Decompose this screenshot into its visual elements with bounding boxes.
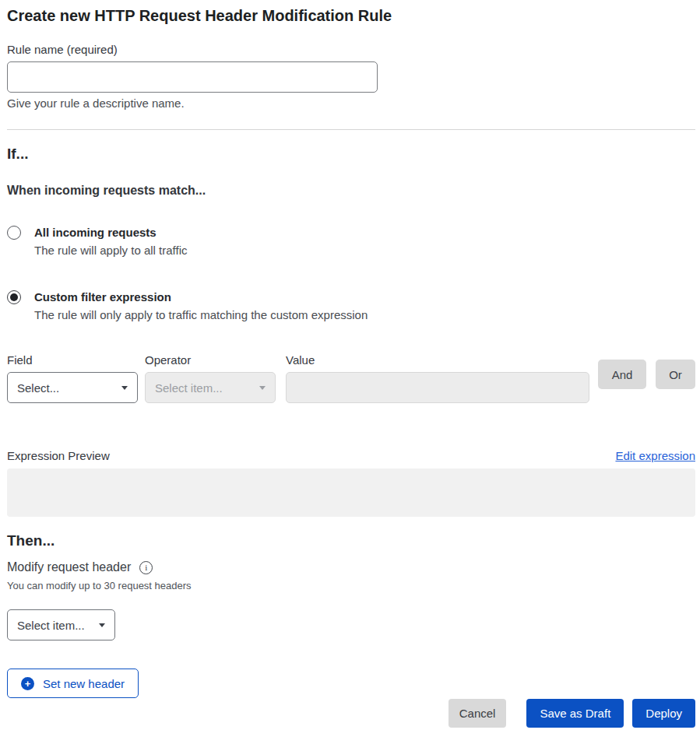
header-action-select[interactable]: Select item... (7, 609, 115, 640)
modify-request-header-row: Modify request header i (7, 560, 695, 575)
modify-header-help: You can modify up to 30 request headers (7, 580, 695, 591)
radio-button-icon[interactable] (7, 290, 21, 304)
field-label: Field (7, 353, 138, 367)
expression-preview-label: Expression Preview (7, 449, 110, 463)
chevron-down-icon (121, 386, 128, 390)
radio-custom-filter-expression[interactable]: Custom filter expression The rule will o… (7, 290, 695, 322)
operator-select-value: Select item... (155, 381, 223, 395)
then-section-heading: Then... (7, 532, 695, 549)
footer-actions: Cancel Save as Draft Deploy (7, 699, 695, 728)
plus-circle-icon: + (21, 677, 34, 690)
radio-option-text: Custom filter expression The rule will o… (34, 290, 368, 322)
modify-request-header-label: Modify request header (7, 560, 131, 575)
set-new-header-label: Set new header (43, 677, 125, 690)
value-label: Value (286, 353, 589, 367)
and-button[interactable]: And (598, 360, 646, 389)
info-icon[interactable]: i (139, 561, 153, 574)
operator-select[interactable]: Select item... (145, 372, 276, 403)
chevron-down-icon (259, 386, 266, 390)
operator-label: Operator (145, 353, 276, 367)
radio-option-label: All incoming requests (34, 225, 187, 240)
radio-option-description: The rule will apply to all traffic (34, 243, 187, 258)
radio-all-incoming-requests[interactable]: All incoming requests The rule will appl… (7, 225, 695, 258)
radio-option-description: The rule will only apply to traffic matc… (34, 307, 368, 322)
set-new-header-button[interactable]: + Set new header (7, 669, 139, 698)
field-select-value: Select... (17, 381, 59, 395)
field-column: Field Select... (7, 353, 138, 403)
cancel-button[interactable]: Cancel (448, 699, 507, 728)
field-select[interactable]: Select... (7, 372, 138, 403)
radio-option-label: Custom filter expression (34, 290, 368, 304)
expression-builder-row: Field Select... Operator Select item... … (7, 353, 695, 403)
rule-name-input[interactable] (7, 61, 378, 93)
header-action-select-value: Select item... (17, 619, 85, 632)
deploy-button[interactable]: Deploy (632, 699, 695, 728)
expression-preview-box (7, 469, 695, 517)
match-subheading: When incoming requests match... (7, 183, 695, 198)
rule-name-help: Give your rule a descriptive name. (7, 97, 695, 111)
value-input[interactable] (286, 372, 589, 403)
if-section-heading: If... (7, 145, 695, 163)
page-title: Create new HTTP Request Header Modificat… (7, 6, 695, 25)
radio-option-text: All incoming requests The rule will appl… (34, 225, 187, 258)
value-column: Value (286, 353, 589, 403)
expression-preview-header: Expression Preview Edit expression (7, 449, 695, 463)
edit-expression-link[interactable]: Edit expression (615, 449, 695, 462)
section-divider (7, 129, 695, 130)
chevron-down-icon (99, 623, 105, 627)
radio-button-icon[interactable] (7, 226, 21, 240)
or-button[interactable]: Or (656, 360, 695, 389)
save-as-draft-button[interactable]: Save as Draft (526, 699, 624, 728)
create-rule-page: Create new HTTP Request Header Modificat… (0, 0, 700, 728)
rule-name-label: Rule name (required) (7, 43, 695, 57)
operator-column: Operator Select item... (145, 353, 276, 403)
